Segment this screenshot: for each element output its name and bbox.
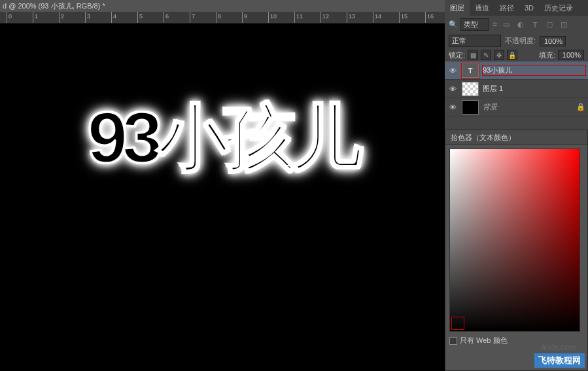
visibility-icon[interactable]: 👁 [447, 67, 458, 75]
visibility-icon[interactable]: 👁 [447, 85, 458, 93]
filter-shape-icon[interactable]: ▢ [544, 19, 555, 31]
filter-smart-icon[interactable]: ◫ [558, 19, 570, 31]
color-picker-title: 拾色器（文本颜色） [445, 130, 587, 145]
layer-thumb-text: T [462, 63, 479, 78]
tab-3d[interactable]: 3D [519, 0, 539, 16]
lock-all-icon[interactable]: 🔒 [507, 50, 517, 60]
fill-label: 填充: [539, 50, 555, 60]
layer-name[interactable]: 背景 [483, 102, 572, 112]
doc-title: d @ 200% (93 小孩儿, RGB/8) * [3, 2, 105, 10]
fill-value[interactable]: 100% [558, 50, 584, 60]
ruler-horizontal[interactable]: 0 1 2 3 4 5 6 7 8 9 10 11 12 13 14 15 16 [0, 12, 445, 24]
filter-image-icon[interactable]: ▭ [500, 19, 512, 31]
color-selector-marker[interactable] [451, 317, 464, 330]
blend-mode-select[interactable]: 正常 [449, 35, 501, 47]
color-gradient-field[interactable] [449, 149, 580, 332]
web-colors-checkbox[interactable] [449, 337, 457, 345]
filter-adjust-icon[interactable]: ◐ [515, 19, 527, 31]
lock-row: 锁定: ▦ ✎ ✥ 🔒 填充: 100% [445, 48, 588, 62]
layer-thumb-bg [462, 100, 479, 115]
layer-filter-row: 🔍 类型 ≑ ▭ ◐ T ▢ ◫ [445, 16, 588, 33]
canvas-text: 93小孩儿 [88, 90, 357, 187]
opacity-value[interactable]: 100% [540, 36, 566, 46]
watermark-main: 飞特教程网 [534, 353, 585, 368]
tab-history[interactable]: 历史记录 [539, 0, 578, 16]
lock-pixels-icon[interactable]: ▦ [468, 50, 478, 60]
layer-thumb-raster [462, 82, 479, 96]
filter-text-icon[interactable]: T [529, 19, 541, 31]
search-icon[interactable]: 🔍 [449, 20, 458, 29]
blend-row: 正常 不透明度: 100% [445, 33, 588, 48]
tab-channels[interactable]: 通道 [470, 0, 494, 16]
layer-row-text[interactable]: 👁 T 93小孩儿 [445, 62, 588, 80]
lock-move-icon[interactable]: ✥ [494, 50, 504, 60]
color-picker-dialog[interactable]: 拾色器（文本颜色） 只有 Web 颜色 fevte.com 飞特教程网 [445, 130, 588, 371]
lock-icon: 🔒 [576, 103, 585, 111]
layers-list: 👁 T 93小孩儿 👁 图层 1 👁 背景 🔒 [445, 62, 588, 116]
tab-layers[interactable]: 图层 [445, 0, 470, 16]
layer-row-raster[interactable]: 👁 图层 1 [445, 80, 588, 98]
type-filter-select[interactable]: 类型 [460, 18, 489, 31]
layer-name[interactable]: 93小孩儿 [483, 65, 585, 75]
layer-name[interactable]: 图层 1 [483, 84, 585, 94]
web-colors-label: 只有 Web 颜色 [460, 336, 508, 345]
lock-brush-icon[interactable]: ✎ [481, 50, 491, 60]
tab-paths[interactable]: 路径 [494, 0, 519, 16]
opacity-label: 不透明度: [505, 36, 536, 46]
layer-row-bg[interactable]: 👁 背景 🔒 [445, 98, 588, 116]
visibility-icon[interactable]: 👁 [447, 103, 458, 111]
watermark-sub: fevte.com [542, 343, 576, 352]
lock-label: 锁定: [449, 50, 465, 60]
canvas[interactable]: 93小孩儿 [0, 24, 445, 371]
panel-tabs: 图层 通道 路径 3D 历史记录 [445, 0, 588, 16]
